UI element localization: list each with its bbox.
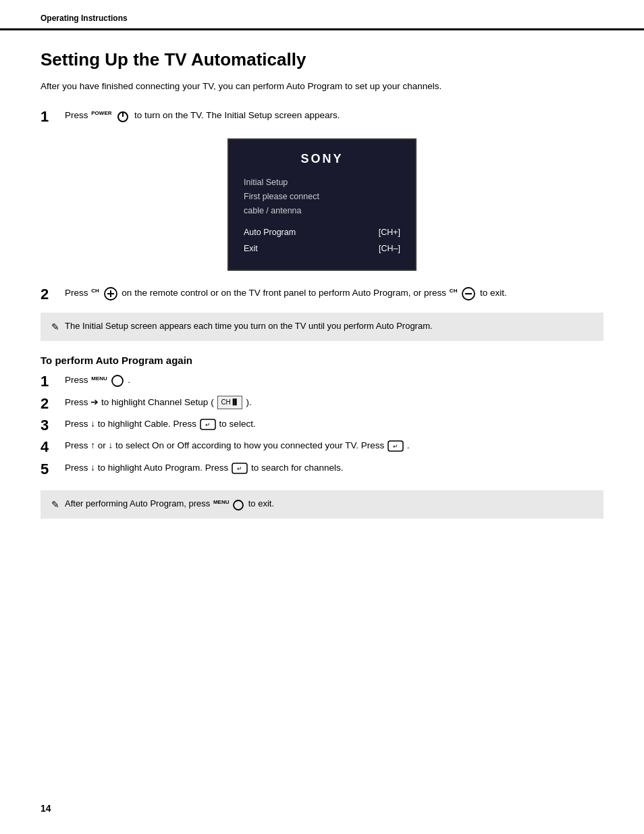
substep-3: 3 Press ↓ to highlight Cable. Press ↵ to… — [41, 417, 603, 434]
svg-text:↵: ↵ — [237, 465, 242, 472]
tv-line-2: First please connect — [244, 190, 400, 204]
ch-setup-icon: CH▐▌ — [217, 396, 242, 409]
ch-plus-svg — [103, 286, 118, 301]
enter-icon-3: ↵ — [232, 463, 248, 474]
tv-screen: SONY Initial Setup First please connect … — [227, 138, 417, 271]
tv-menu-keys: [CH+] [CH–] — [379, 225, 400, 257]
power-icon: POWER — [91, 109, 131, 124]
ch-plus-icon-wrap: CH — [91, 286, 118, 301]
note-2-box: ✎ After performing Auto Program, press M… — [41, 490, 603, 519]
substep-1: 1 Press MENU . — [41, 373, 603, 390]
step-2-text-middle: on the remote control or on the TV front… — [122, 288, 449, 298]
step-1-text-before: Press — [65, 110, 90, 120]
step-2-text-before: Press — [65, 288, 90, 298]
note-1-box: ✎ The Initial Setup screen appears each … — [41, 313, 603, 341]
content: Setting Up the TV Automatically After yo… — [0, 30, 644, 558]
page-number: 14 — [41, 803, 51, 814]
step-1-content: Press POWER to turn on the TV. The Initi… — [65, 108, 603, 123]
tv-screen-brand: SONY — [244, 152, 400, 166]
note-1-text: The Initial Setup screen appears each ti… — [65, 319, 433, 333]
note-menu-svg — [232, 499, 244, 511]
tv-menu-items: Auto Program Exit — [244, 225, 296, 257]
substep-3-content: Press ↓ to highlight Cable. Press ↵ to s… — [65, 417, 603, 432]
note-2-text: After performing Auto Program, press MEN… — [65, 497, 274, 511]
substep-2-text-after: ). — [246, 397, 251, 407]
tv-line-3: cable / antenna — [244, 204, 400, 218]
enter-icon-2: ↵ — [387, 440, 404, 452]
enter-icon-1: ↵ — [200, 419, 216, 430]
substep-2-number: 2 — [41, 395, 65, 413]
svg-point-7 — [112, 375, 123, 386]
intro-text: After you have finished connecting your … — [41, 80, 603, 93]
substep-4-number: 4 — [41, 438, 65, 456]
svg-text:↵: ↵ — [393, 443, 398, 450]
tv-menu-key-ch-minus: [CH–] — [379, 241, 400, 257]
note-1-icon: ✎ — [51, 320, 59, 334]
note-2-icon: ✎ — [51, 498, 59, 512]
header-label: Operating Instructions — [41, 14, 128, 23]
power-svg-icon — [116, 109, 130, 123]
substep-5-text-before: Press ↓ to highlight Auto Program. Press — [65, 463, 231, 473]
svg-text:↵: ↵ — [205, 421, 211, 428]
tv-menu-key-ch-plus: [CH+] — [379, 225, 400, 241]
tv-menu-exit: Exit — [244, 241, 296, 257]
svg-point-14 — [234, 500, 243, 510]
subsection-heading: To perform Auto Program again — [41, 355, 603, 366]
note-menu-icon-wrap: MENU — [213, 498, 245, 511]
substep-4-text-after: . — [407, 440, 410, 450]
step-2-text-after: to exit. — [480, 288, 507, 298]
page-container: Operating Instructions Setting Up the TV… — [0, 0, 644, 834]
substep-2: 2 Press ➔ to highlight Channel Setup ( C… — [41, 395, 603, 413]
substep-5-text-after: to search for channels. — [251, 463, 344, 473]
step-2-number: 2 — [41, 286, 65, 303]
step-2: 2 Press CH on the remote control or on t… — [41, 286, 603, 303]
substep-4-content: Press ↑ or ↓ to select On or Off accordi… — [65, 438, 603, 453]
step-1: 1 Press POWER to turn on the TV. The Ini… — [41, 108, 603, 126]
substep-1-period: . — [128, 375, 130, 385]
substep-1-number: 1 — [41, 373, 65, 390]
substep-3-number: 3 — [41, 417, 65, 434]
substep-3-text-after: to select. — [219, 419, 256, 429]
step-1-text-after: to turn on the TV. The Initial Setup scr… — [134, 110, 340, 120]
substep-5-content: Press ↓ to highlight Auto Program. Press… — [65, 461, 603, 475]
tv-line-1: Initial Setup — [244, 176, 400, 190]
tv-menu-auto-program: Auto Program — [244, 225, 296, 241]
header: Operating Instructions — [0, 0, 644, 30]
substep-4-text-before: Press ↑ or ↓ to select On or Off accordi… — [65, 440, 387, 450]
substep-4: 4 Press ↑ or ↓ to select On or Off accor… — [41, 438, 603, 456]
menu-svg-icon — [111, 374, 124, 388]
substep-1-text: Press — [65, 375, 90, 385]
ch-minus-icon-wrap: CH — [450, 286, 477, 301]
step-1-number: 1 — [41, 108, 65, 126]
substep-2-content: Press ➔ to highlight Channel Setup ( CH▐… — [65, 395, 603, 410]
step-2-content: Press CH on the remote control or on the… — [65, 286, 603, 301]
substep-3-text-before: Press ↓ to highlight Cable. Press — [65, 419, 199, 429]
tv-screen-text-1: Initial Setup First please connect cable… — [244, 176, 400, 219]
substep-1-content: Press MENU . — [65, 373, 603, 388]
ch-minus-svg — [461, 286, 476, 301]
substep-2-text-before: Press ➔ to highlight Channel Setup ( — [65, 397, 216, 407]
tv-screen-menu: Auto Program Exit [CH+] [CH–] — [244, 225, 400, 257]
tv-screen-wrapper: SONY Initial Setup First please connect … — [41, 138, 603, 271]
page-title: Setting Up the TV Automatically — [41, 49, 603, 70]
substep-5-number: 5 — [41, 461, 65, 478]
substep-5: 5 Press ↓ to highlight Auto Program. Pre… — [41, 461, 603, 478]
menu-icon-wrap: MENU — [91, 373, 124, 388]
